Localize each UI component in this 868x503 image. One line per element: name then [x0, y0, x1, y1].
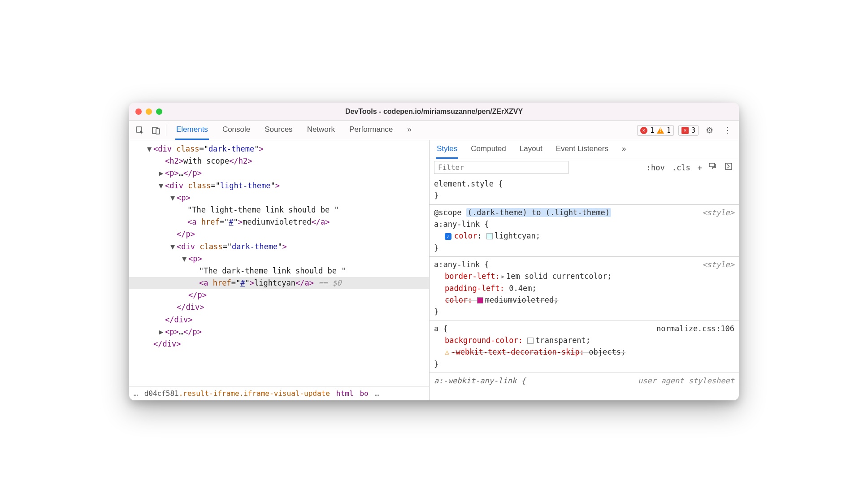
style-rule-ua[interactable]: user agent stylesheet a:-webkit-any-link… [430, 373, 739, 389]
breadcrumb-item[interactable]: html [336, 389, 354, 398]
styles-subtabs: Styles Computed Layout Event Listeners » [430, 140, 739, 159]
tab-console[interactable]: Console [221, 121, 251, 140]
dom-text[interactable]: "The light-theme link should be " [129, 204, 429, 216]
issues-badge[interactable]: ✕3 [678, 125, 699, 136]
computed-toggle-icon[interactable] [723, 162, 734, 173]
paint-icon[interactable] [707, 162, 718, 173]
elements-pane: ▼<div class="dark-theme"> <h2>with scope… [129, 140, 430, 400]
expand-icon[interactable]: ▼ [170, 192, 177, 204]
subtab-layout[interactable]: Layout [519, 140, 543, 159]
dom-node[interactable]: ▼<div class="dark-theme"> [129, 241, 429, 253]
css-declaration-invalid[interactable]: ⚠-webkit-text-decoration-skip: objects; [434, 346, 734, 358]
cls-toggle[interactable]: .cls [672, 163, 690, 172]
settings-icon[interactable]: ⚙ [703, 125, 716, 135]
rule-selector: a:any-link { [434, 218, 734, 230]
dom-node[interactable]: </div> [129, 338, 429, 350]
divider [166, 125, 166, 136]
tab-performance[interactable]: Performance [348, 121, 394, 140]
dom-node[interactable]: </div> [129, 314, 429, 326]
dom-text[interactable]: "The dark-theme link should be " [129, 265, 429, 277]
titlebar: DevTools - codepen.io/miriamsuzanne/pen/… [129, 103, 739, 121]
tab-sources[interactable]: Sources [264, 121, 293, 140]
subtab-event-listeners[interactable]: Event Listeners [555, 140, 609, 159]
dom-tree[interactable]: ▼<div class="dark-theme"> <h2>with scope… [129, 140, 429, 386]
style-rule[interactable]: normalize.css:106 a { background-color: … [430, 321, 739, 373]
rule-source-link[interactable]: normalize.css:106 [656, 323, 734, 334]
dom-node[interactable]: </div> [129, 301, 429, 313]
style-rule-scope[interactable]: <style> @scope (.dark-theme) to (.light-… [430, 205, 739, 257]
expand-icon[interactable]: ▼ [170, 241, 177, 253]
toolbar-right: ✕1 1 ✕3 ⚙ ⋮ [637, 125, 734, 136]
tab-network[interactable]: Network [306, 121, 336, 140]
styles-rules: element.style { } <style> @scope (.dark-… [430, 176, 739, 400]
style-rule[interactable]: <style> a:any-link { border-left:▸1em so… [430, 257, 739, 321]
rule-close: } [434, 306, 734, 317]
color-swatch[interactable] [527, 338, 534, 344]
issues-icon: ✕ [681, 127, 689, 134]
warning-count: 1 [667, 126, 671, 134]
subtab-computed[interactable]: Computed [470, 140, 507, 159]
rule-source[interactable]: <style> [702, 207, 734, 218]
expand-shorthand-icon[interactable]: ▸ [501, 272, 505, 281]
expand-icon[interactable]: ▼ [182, 253, 188, 265]
declaration-checkbox[interactable]: ✓ [445, 233, 451, 240]
breadcrumb-overflow-right[interactable]: … [375, 389, 379, 398]
css-declaration[interactable]: background-color: transparent; [434, 334, 734, 346]
rule-scope-line: @scope (.dark-theme) to (.light-theme) [434, 207, 734, 218]
console-status-badge[interactable]: ✕1 1 [637, 125, 674, 136]
css-declaration[interactable]: border-left:▸1em solid currentcolor; [434, 270, 734, 282]
color-swatch[interactable] [486, 233, 493, 239]
new-rule-button[interactable]: + [698, 163, 702, 172]
svg-rect-2 [156, 129, 160, 134]
styles-pane: Styles Computed Layout Event Listeners »… [430, 140, 739, 400]
dom-node[interactable]: ▶<p>…</p> [129, 326, 429, 338]
inspect-element-icon[interactable] [134, 124, 146, 137]
dom-node[interactable]: </p> [129, 289, 429, 301]
expand-icon[interactable]: ▼ [147, 143, 153, 155]
device-toggle-icon[interactable] [150, 124, 162, 137]
window-title: DevTools - codepen.io/miriamsuzanne/pen/… [345, 108, 523, 116]
main-tabs: Elements Console Sources Network Perform… [175, 121, 412, 140]
rule-source[interactable]: <style> [702, 259, 734, 270]
breadcrumb-item[interactable]: bo [360, 389, 368, 398]
subtab-styles[interactable]: Styles [436, 140, 458, 159]
rule-close: } [434, 358, 734, 370]
dom-node[interactable]: ▼<p> [129, 253, 429, 265]
dom-node[interactable]: ▼<div class="dark-theme"> [129, 143, 429, 155]
dom-node-selected[interactable]: <a href="#">lightcyan</a> == $0 [129, 277, 429, 289]
css-declaration-overridden[interactable]: color: mediumvioletred; [434, 294, 734, 306]
tabs-overflow[interactable]: » [406, 121, 412, 140]
breadcrumb-overflow-left[interactable]: … [134, 389, 138, 398]
expand-icon[interactable]: ▶ [159, 326, 165, 338]
tab-elements[interactable]: Elements [175, 121, 209, 140]
more-menu-icon[interactable]: ⋮ [720, 125, 734, 135]
dom-node[interactable]: ▶<p>…</p> [129, 167, 429, 179]
dom-node[interactable]: </p> [129, 228, 429, 240]
devtools-window: DevTools - codepen.io/miriamsuzanne/pen/… [129, 103, 739, 400]
color-swatch[interactable] [477, 297, 483, 304]
hov-toggle[interactable]: :hov [647, 163, 665, 172]
error-icon: ✕ [640, 127, 647, 134]
maximize-window-button[interactable] [156, 108, 162, 115]
dom-node[interactable]: ▼<p> [129, 192, 429, 204]
style-rule-element[interactable]: element.style { } [430, 176, 739, 205]
expand-icon[interactable]: ▼ [159, 180, 165, 192]
css-declaration[interactable]: padding-left: 0.4em; [434, 282, 734, 294]
close-window-button[interactable] [135, 108, 142, 115]
rule-selector: a:any-link { [434, 259, 734, 270]
traffic-lights [135, 108, 162, 115]
main-toolbar: Elements Console Sources Network Perform… [129, 121, 739, 140]
styles-filter-row: :hov .cls + [430, 159, 739, 176]
expand-icon[interactable]: ▶ [159, 167, 165, 179]
dom-node[interactable]: <a href="#">mediumvioletred</a> [129, 216, 429, 228]
error-count: 1 [650, 126, 654, 134]
subtabs-overflow[interactable]: » [621, 140, 627, 159]
dom-node[interactable]: ▼<div class="light-theme"> [129, 180, 429, 192]
styles-filter-input[interactable] [434, 161, 569, 174]
css-declaration[interactable]: ✓color: lightcyan; [434, 230, 734, 242]
breadcrumb-item[interactable]: d04cf581.result-iframe.iframe-visual-upd… [144, 389, 330, 398]
svg-rect-4 [725, 163, 732, 169]
dom-node[interactable]: <h2>with scope</h2> [129, 155, 429, 167]
minimize-window-button[interactable] [146, 108, 152, 115]
breadcrumb[interactable]: … d04cf581.result-iframe.iframe-visual-u… [129, 386, 429, 400]
